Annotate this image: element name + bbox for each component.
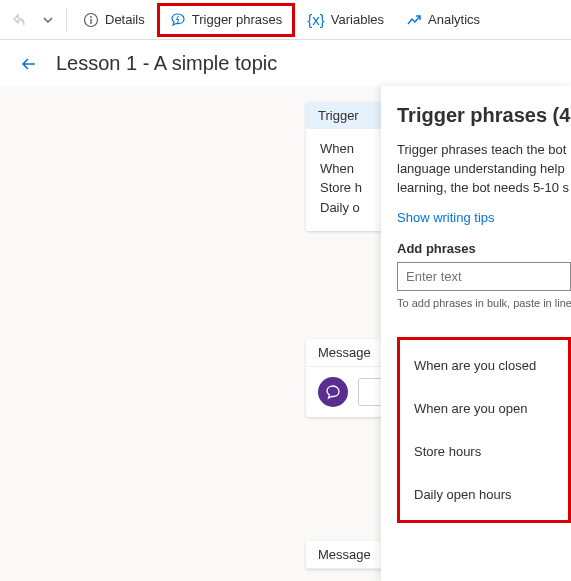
chevron-down-icon [42,14,54,26]
phrase-list: When are you closed When are you open St… [397,337,571,523]
undo-button[interactable] [6,6,34,34]
toolbar-divider [66,9,67,31]
trigger-phrases-label: Trigger phrases [192,12,283,27]
phrase-item[interactable]: When are you closed [400,344,568,387]
variables-label: Variables [331,12,384,27]
redo-dropdown[interactable] [36,8,60,32]
add-phrase-input[interactable] [397,262,571,291]
phrase-item[interactable]: Store hours [400,430,568,473]
panel-desc-line: Trigger phrases teach the bot [397,141,571,160]
svg-point-1 [90,16,92,18]
page-title: Lesson 1 - A simple topic [56,52,277,75]
analytics-label: Analytics [428,12,480,27]
analytics-button[interactable]: Analytics [396,6,490,34]
details-label: Details [105,12,145,27]
variables-button[interactable]: {x} Variables [297,5,394,34]
page-header: Lesson 1 - A simple topic [0,40,571,89]
chat-icon [325,384,341,400]
details-button[interactable]: Details [73,6,155,34]
trigger-phrases-button[interactable]: Trigger phrases [157,3,296,37]
undo-icon [12,12,28,28]
phrase-item[interactable]: Daily open hours [400,473,568,516]
info-icon [83,12,99,28]
add-phrases-label: Add phrases [397,241,571,256]
show-writing-tips-link[interactable]: Show writing tips [397,210,571,225]
back-button[interactable] [20,55,38,73]
toolbar: Details Trigger phrases {x} Variables An… [0,0,571,40]
message-type-icon-wrap [318,377,348,407]
panel-description: Trigger phrases teach the bot language u… [397,141,571,198]
panel-desc-line: language understanding help [397,160,571,179]
analytics-icon [406,12,422,28]
panel-desc-line: learning, the bot needs 5-10 s [397,179,571,198]
panel-title: Trigger phrases (4) [397,104,571,127]
braces-icon: {x} [307,11,325,28]
phrase-item[interactable]: When are you open [400,387,568,430]
svg-rect-2 [90,19,91,24]
arrow-left-icon [20,55,38,73]
chat-lightning-icon [170,12,186,28]
bulk-hint: To add phrases in bulk, paste in line-se… [397,297,571,309]
trigger-phrases-panel: Trigger phrases (4) Trigger phrases teac… [381,86,571,581]
